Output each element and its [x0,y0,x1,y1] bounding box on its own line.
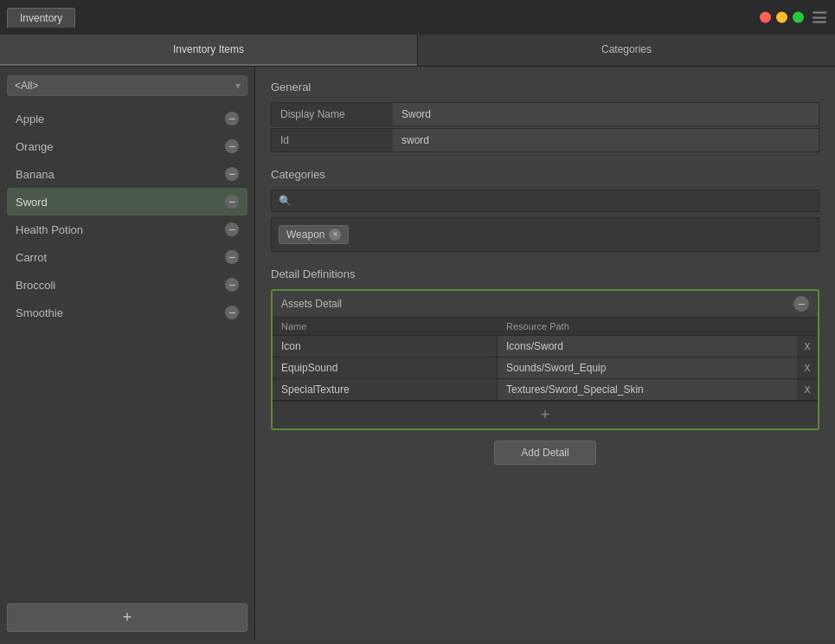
remove-item-button[interactable]: − [225,306,239,319]
title-bar: Inventory [0,0,835,35]
detail-table-header: Name Resource Path [273,318,818,336]
remove-item-button[interactable]: − [225,222,239,236]
item-name: Health Potion [16,223,83,236]
close-button[interactable] [760,12,771,23]
item-name: Banana [16,168,55,181]
sidebar-list: Apple − Orange − Banana − Sword − Health… [7,105,247,596]
maximize-button[interactable] [793,12,804,23]
categories-search-wrapper: 🔍 [271,190,819,212]
field-label-id: Id [272,129,393,151]
assets-detail-title: Assets Detail [281,298,342,310]
remove-detail-block-button[interactable]: − [793,296,809,312]
detail-row: EquipSound Sounds/Sword_Equip X [273,357,818,379]
categories-tags-area: Weapon × [271,217,819,252]
general-title: General [271,80,819,93]
list-item[interactable]: Carrot − [7,243,247,271]
item-name: Broccoli [16,279,55,292]
detail-row-path: Sounds/Sword_Equip [498,357,797,378]
sidebar-filter[interactable]: <All> ▾ [7,75,247,96]
detail-row: Icon Icons/Sword X [273,336,818,357]
list-item-selected[interactable]: Sword − [7,188,247,216]
remove-item-button[interactable]: − [225,167,239,181]
minimize-button[interactable] [776,12,787,23]
general-section: General Display Name Sword Id sword [271,80,819,152]
list-item[interactable]: Health Potion − [7,216,247,243]
window-controls [760,12,826,23]
title-tab[interactable]: Inventory [7,8,75,28]
search-icon: 🔍 [279,195,292,207]
tab-categories[interactable]: Categories [418,35,835,66]
detail-definitions-title: Detail Definitions [271,267,819,280]
add-detail-button[interactable]: Add Detail [494,441,595,465]
category-tag: Weapon × [279,225,349,244]
categories-search-input[interactable] [297,195,812,207]
remove-detail-row-button[interactable]: X [797,337,818,356]
list-item[interactable]: Smoothie − [7,299,247,326]
add-detail-row-button[interactable]: + [273,401,818,428]
detail-definitions-section: Detail Definitions Assets Detail − Name … [271,267,819,465]
item-name: Carrot [16,251,47,264]
category-tag-remove-button[interactable]: × [329,229,341,241]
sidebar: <All> ▾ Apple − Orange − Banana − Sword … [0,67,255,641]
tab-bar: Inventory Items Categories [0,35,835,67]
field-row-display-name: Display Name Sword [271,102,819,126]
assets-detail-header: Assets Detail − [273,291,818,318]
assets-detail-block: Assets Detail − Name Resource Path Icon … [271,289,819,430]
item-name: Apple [16,113,44,126]
item-name: Sword [16,196,48,209]
list-item[interactable]: Apple − [7,105,247,132]
item-name: Smoothie [16,306,63,319]
remove-item-button[interactable]: − [225,250,239,264]
col-name-header: Name [281,321,506,332]
detail-row-name: Icon [273,336,498,357]
tab-inventory-items[interactable]: Inventory Items [0,35,417,66]
list-item[interactable]: Orange − [7,132,247,160]
menu-icon[interactable] [813,12,826,23]
col-resource-header: Resource Path [506,321,788,332]
list-item[interactable]: Broccoli − [7,271,247,299]
field-label-display-name: Display Name [272,103,393,126]
field-value-display-name[interactable]: Sword [393,103,819,126]
categories-section: Categories 🔍 Weapon × [271,168,819,252]
detail-row: SpecialTexture Textures/Sword_Special_Sk… [273,379,818,401]
detail-row-path: Textures/Sword_Special_Skin [498,379,797,400]
categories-title: Categories [271,168,819,181]
filter-select[interactable]: <All> [7,75,247,96]
category-tag-label: Weapon [286,229,324,241]
remove-detail-row-button[interactable]: X [797,358,818,377]
detail-row-name: SpecialTexture [273,379,498,400]
remove-detail-row-button[interactable]: X [797,380,818,399]
list-item[interactable]: Banana − [7,160,247,188]
field-value-id[interactable]: sword [393,129,819,151]
remove-item-button[interactable]: − [225,195,239,209]
remove-item-button[interactable]: − [225,112,239,126]
add-item-button[interactable]: + [7,603,247,632]
detail-row-path: Icons/Sword [498,336,797,357]
content-area: General Display Name Sword Id sword Cate… [255,67,835,641]
item-name: Orange [16,140,53,153]
remove-item-button[interactable]: − [225,278,239,292]
field-row-id: Id sword [271,128,819,152]
detail-row-name: EquipSound [273,357,498,378]
main-layout: <All> ▾ Apple − Orange − Banana − Sword … [0,67,835,641]
remove-item-button[interactable]: − [225,139,239,153]
